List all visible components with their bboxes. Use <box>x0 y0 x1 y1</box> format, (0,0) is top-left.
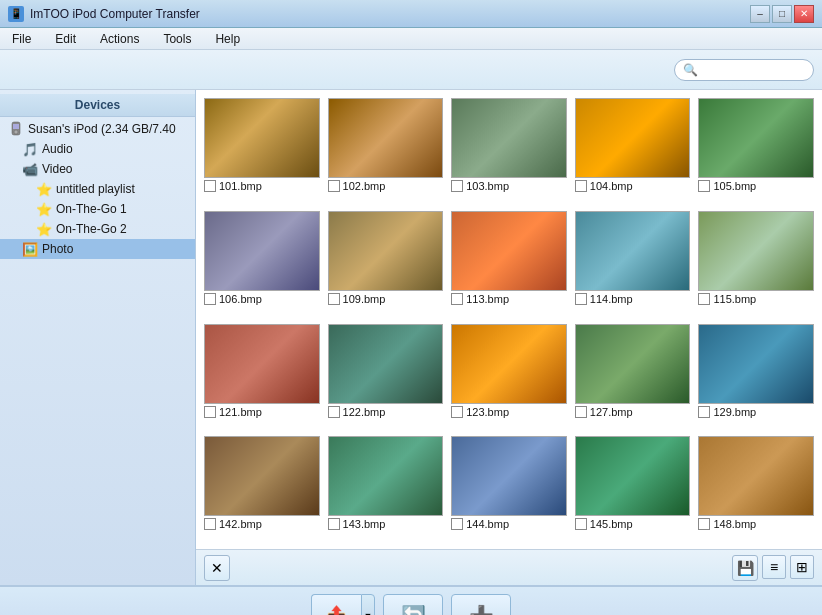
content-toolbar: ✕ 💾 ≡ ⊞ <box>196 549 822 585</box>
close-icon: ✕ <box>211 560 223 576</box>
photo-thumbnail <box>698 324 814 404</box>
photo-filename: 148.bmp <box>713 518 756 530</box>
photo-checkbox[interactable] <box>328 180 340 192</box>
untitled-playlist-label: untitled playlist <box>56 182 135 196</box>
photo-filename: 105.bmp <box>713 180 756 192</box>
audio-label: Audio <box>42 142 73 156</box>
photo-label: 103.bmp <box>451 180 509 192</box>
photo-item[interactable]: 109.bmp <box>328 211 444 316</box>
photo-item[interactable]: 129.bmp <box>698 324 814 429</box>
on-the-go-1-icon: ⭐ <box>36 201 52 217</box>
transfer-button[interactable]: 📤 <box>311 594 361 615</box>
photo-label: Photo <box>42 242 73 256</box>
photo-filename: 123.bmp <box>466 406 509 418</box>
menu-item-actions[interactable]: Actions <box>96 30 143 48</box>
on-the-go-2-label: On-The-Go 2 <box>56 222 127 236</box>
photo-item[interactable]: 145.bmp <box>575 436 691 541</box>
photo-checkbox[interactable] <box>328 406 340 418</box>
grid-view-button[interactable]: ⊞ <box>790 555 814 579</box>
photo-label: 109.bmp <box>328 293 386 305</box>
ipod-icon <box>8 121 24 137</box>
photo-item[interactable]: 105.bmp <box>698 98 814 203</box>
close-selection-button[interactable]: ✕ <box>204 555 230 581</box>
close-button[interactable]: ✕ <box>794 5 814 23</box>
photo-thumbnail <box>451 324 567 404</box>
sidebar-item-on-the-go-2[interactable]: ⭐On-The-Go 2 <box>0 219 195 239</box>
photo-label: 145.bmp <box>575 518 633 530</box>
photo-checkbox[interactable] <box>204 180 216 192</box>
menu-item-tools[interactable]: Tools <box>159 30 195 48</box>
sidebar-item-audio[interactable]: 🎵Audio <box>0 139 195 159</box>
audio-icon: 🎵 <box>22 141 38 157</box>
photo-item[interactable]: 101.bmp <box>204 98 320 203</box>
sync-button[interactable]: 🔄 <box>383 594 443 615</box>
photo-checkbox[interactable] <box>451 518 463 530</box>
photo-checkbox[interactable] <box>698 406 710 418</box>
photo-label: 148.bmp <box>698 518 756 530</box>
add-icon: ➕ <box>469 604 494 615</box>
photo-filename: 129.bmp <box>713 406 756 418</box>
search-input[interactable] <box>702 64 805 76</box>
sidebar-item-untitled-playlist[interactable]: ⭐untitled playlist <box>0 179 195 199</box>
photo-checkbox[interactable] <box>204 518 216 530</box>
photo-item[interactable]: 148.bmp <box>698 436 814 541</box>
photo-checkbox[interactable] <box>575 518 587 530</box>
photo-checkbox[interactable] <box>204 293 216 305</box>
menu-item-file[interactable]: File <box>8 30 35 48</box>
photo-item[interactable]: 115.bmp <box>698 211 814 316</box>
photo-checkbox[interactable] <box>575 293 587 305</box>
transfer-dropdown-button[interactable]: ▼ <box>361 594 375 615</box>
menu-item-edit[interactable]: Edit <box>51 30 80 48</box>
photo-filename: 102.bmp <box>343 180 386 192</box>
photo-checkbox[interactable] <box>698 180 710 192</box>
photo-item[interactable]: 127.bmp <box>575 324 691 429</box>
photo-checkbox[interactable] <box>204 406 216 418</box>
photo-item[interactable]: 123.bmp <box>451 324 567 429</box>
minimize-button[interactable]: – <box>750 5 770 23</box>
photo-item[interactable]: 143.bmp <box>328 436 444 541</box>
photo-filename: 101.bmp <box>219 180 262 192</box>
photo-item[interactable]: 104.bmp <box>575 98 691 203</box>
photo-item[interactable]: 103.bmp <box>451 98 567 203</box>
photo-label: 105.bmp <box>698 180 756 192</box>
photo-item[interactable]: 102.bmp <box>328 98 444 203</box>
sidebar-item-on-the-go-1[interactable]: ⭐On-The-Go 1 <box>0 199 195 219</box>
photo-item[interactable]: 121.bmp <box>204 324 320 429</box>
photo-checkbox[interactable] <box>328 518 340 530</box>
add-button[interactable]: ➕ <box>451 594 511 615</box>
photo-checkbox[interactable] <box>698 518 710 530</box>
content-area: 101.bmp102.bmp103.bmp104.bmp105.bmp106.b… <box>196 90 822 585</box>
ipod-label: Susan's iPod (2.34 GB/7.40 <box>28 122 176 136</box>
save-icon: 💾 <box>737 560 754 576</box>
chevron-down-icon: ▼ <box>364 611 373 615</box>
photo-checkbox[interactable] <box>451 406 463 418</box>
sidebar-header: Devices <box>0 94 195 117</box>
menu-item-help[interactable]: Help <box>211 30 244 48</box>
save-button[interactable]: 💾 <box>732 555 758 581</box>
photo-item[interactable]: 106.bmp <box>204 211 320 316</box>
photo-checkbox[interactable] <box>328 293 340 305</box>
photo-thumbnail <box>575 324 691 404</box>
photo-item[interactable]: 114.bmp <box>575 211 691 316</box>
photo-thumbnail <box>451 211 567 291</box>
sidebar-item-video[interactable]: 📹Video <box>0 159 195 179</box>
photo-thumbnail <box>328 98 444 178</box>
photo-thumbnail <box>328 324 444 404</box>
photo-checkbox[interactable] <box>451 293 463 305</box>
photo-checkbox[interactable] <box>575 406 587 418</box>
photo-item[interactable]: 113.bmp <box>451 211 567 316</box>
search-box[interactable]: 🔍 <box>674 59 814 81</box>
photo-filename: 104.bmp <box>590 180 633 192</box>
sidebar-item-ipod[interactable]: Susan's iPod (2.34 GB/7.40 <box>0 119 195 139</box>
list-view-button[interactable]: ≡ <box>762 555 786 579</box>
maximize-button[interactable]: □ <box>772 5 792 23</box>
main-area: Devices Susan's iPod (2.34 GB/7.40🎵Audio… <box>0 90 822 585</box>
photo-checkbox[interactable] <box>451 180 463 192</box>
photo-checkbox[interactable] <box>698 293 710 305</box>
photo-item[interactable]: 122.bmp <box>328 324 444 429</box>
photo-item[interactable]: 144.bmp <box>451 436 567 541</box>
photo-checkbox[interactable] <box>575 180 587 192</box>
photo-item[interactable]: 142.bmp <box>204 436 320 541</box>
photo-filename: 113.bmp <box>466 293 509 305</box>
sidebar-item-photo[interactable]: 🖼️Photo <box>0 239 195 259</box>
